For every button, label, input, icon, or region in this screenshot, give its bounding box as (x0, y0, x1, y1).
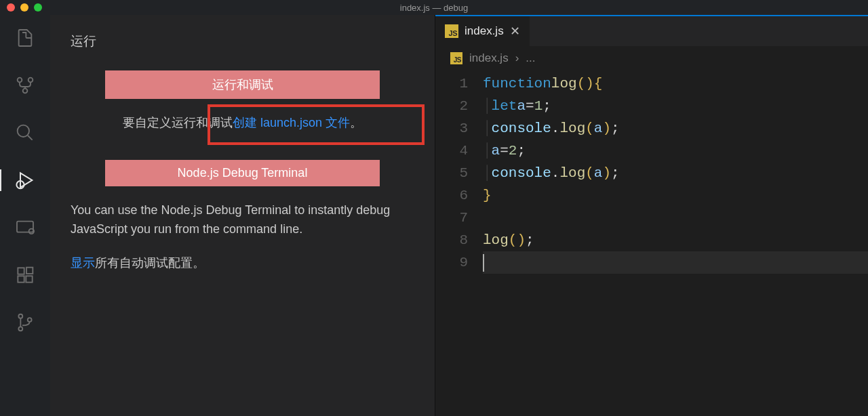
node-terminal-description: You can use the Node.js Debug Terminal t… (71, 201, 414, 239)
show-rest: 所有自动调试配置。 (95, 256, 205, 270)
node-debug-terminal-button[interactable]: Node.js Debug Terminal (105, 160, 380, 186)
code-content[interactable]: function log() {│ let a = 1;│ console.lo… (483, 72, 868, 416)
search-icon[interactable] (0, 122, 50, 144)
run-and-debug-button[interactable]: 运行和调试 (105, 70, 380, 99)
breadcrumb[interactable]: JS index.js › ... (435, 46, 868, 70)
extensions-icon[interactable] (0, 264, 50, 286)
traffic-lights (0, 3, 42, 12)
activity-bar (0, 15, 50, 416)
git-branch-icon[interactable] (0, 312, 50, 333)
custom-prefix: 要自定义运行和调试 (123, 116, 233, 129)
js-file-icon: JS (445, 24, 458, 38)
js-file-icon: JS (450, 52, 462, 64)
svg-point-12 (18, 327, 22, 331)
run-debug-icon[interactable] (0, 169, 50, 191)
svg-point-2 (23, 89, 28, 93)
tab-bar: JS index.js ✕ (435, 15, 868, 46)
editor-group: JS index.js ✕ JS index.js › ... 12345678… (435, 15, 868, 416)
minimize-window-button[interactable] (20, 3, 28, 12)
svg-rect-9 (26, 276, 32, 282)
svg-rect-8 (18, 276, 24, 282)
breadcrumb-file: index.js (469, 51, 509, 65)
close-window-button[interactable] (7, 3, 15, 12)
show-link[interactable]: 显示 (71, 256, 95, 270)
tab-index-js[interactable]: JS index.js ✕ (435, 16, 530, 46)
source-control-icon[interactable] (0, 75, 50, 96)
custom-run-debug-text: 要自定义运行和调试创建 launch.json 文件。 (71, 114, 414, 133)
explorer-icon[interactable] (0, 27, 50, 49)
svg-point-3 (18, 125, 29, 137)
tab-filename: index.js (465, 24, 504, 38)
main-area: 运行 运行和调试 要自定义运行和调试创建 launch.json 文件。 Nod… (0, 15, 868, 416)
svg-rect-7 (18, 268, 24, 274)
window-title: index.js — debug (400, 3, 468, 13)
create-launch-json-link[interactable]: 创建 launch.json 文件 (233, 116, 350, 129)
run-panel: 运行 运行和调试 要自定义运行和调试创建 launch.json 文件。 Nod… (50, 15, 435, 416)
panel-title: 运行 (71, 33, 414, 50)
code-editor[interactable]: 123456789 function log() {│ let a = 1;│ … (435, 70, 868, 416)
maximize-window-button[interactable] (34, 3, 42, 12)
custom-suffix: 。 (350, 116, 362, 129)
breadcrumb-more: ... (526, 51, 535, 65)
svg-rect-10 (26, 268, 33, 274)
svg-point-13 (28, 318, 32, 322)
svg-rect-5 (17, 222, 33, 232)
svg-point-11 (18, 314, 22, 318)
svg-point-0 (18, 78, 22, 83)
chevron-right-icon: › (515, 51, 519, 65)
remote-icon[interactable] (0, 217, 50, 238)
close-tab-icon[interactable]: ✕ (510, 24, 520, 39)
line-number-gutter: 123456789 (435, 72, 483, 416)
show-auto-config-text: 显示所有自动调试配置。 (71, 254, 414, 273)
window-titlebar: index.js — debug (0, 0, 868, 15)
svg-point-1 (28, 78, 33, 83)
